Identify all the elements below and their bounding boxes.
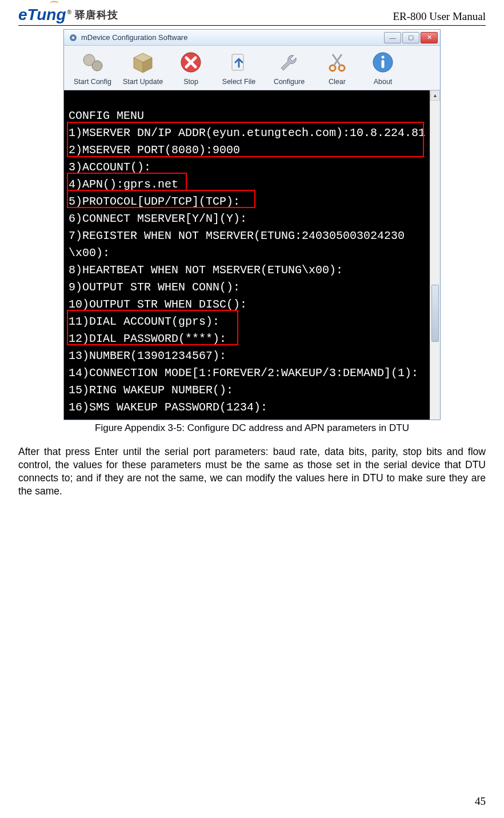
page-header: eTung⌒® 驿唐科技 ER-800 User Manual <box>18 6 486 26</box>
clear-button[interactable]: Clear <box>314 48 360 89</box>
toolbar-label: About <box>362 78 404 86</box>
svg-point-12 <box>382 56 385 59</box>
terminal-line: 1)MSERVER DN/IP ADDR(eyun.etungtech.com)… <box>69 125 425 142</box>
terminal-heading: CONFIG MENU <box>69 107 425 125</box>
svg-rect-13 <box>382 60 385 68</box>
toolbar-label: Stop <box>170 78 212 86</box>
scrollbar[interactable]: ▲ <box>430 90 440 420</box>
configure-button[interactable]: Configure <box>264 48 314 89</box>
file-up-icon <box>226 50 251 75</box>
gears-icon <box>80 50 105 75</box>
terminal-line: 6)CONNECT MSERVER[Y/N](Y): <box>69 210 425 228</box>
toolbar: Start Config Start Update Stop Select Fi… <box>64 46 440 90</box>
app-window: mDevice Configuration Software — ▢ ✕ Sta… <box>63 29 441 420</box>
registered-mark: ® <box>67 9 71 15</box>
page-number: 45 <box>475 795 486 808</box>
terminal-line: 16)SMS WAKEUP PASSWORD(1234): <box>69 399 425 416</box>
svg-point-3 <box>92 61 102 71</box>
maximize-button[interactable]: ▢ <box>402 32 419 43</box>
scissors-icon <box>325 50 350 75</box>
scroll-thumb[interactable] <box>431 285 439 342</box>
svg-point-9 <box>330 65 335 71</box>
window-title: mDevice Configuration Software <box>81 33 187 42</box>
terminal-line: 10)OUTPUT STR WHEN DISC(): <box>69 296 425 313</box>
toolbar-label: Configure <box>266 78 313 86</box>
logo-chinese: 驿唐科技 <box>75 8 118 22</box>
terminal-line: 11)DIAL ACCOUNT(gprs): <box>69 313 425 330</box>
toolbar-label: Select File <box>215 78 262 86</box>
wrench-icon <box>277 50 302 75</box>
terminal-line: 13)NUMBER(13901234567): <box>69 348 425 365</box>
terminal-line: 2)MSERVER PORT(8080):9000 <box>69 142 425 159</box>
terminal-line: 15)RING WAKEUP NUMBER(): <box>69 382 425 399</box>
about-button[interactable]: About <box>360 48 406 89</box>
info-icon <box>370 50 395 75</box>
terminal-line: 9)OUTPUT STR WHEN CONN(): <box>69 279 425 296</box>
terminal-output: CONFIG MENU 1)MSERVER DN/IP ADDR(eyun.et… <box>64 90 430 420</box>
box-icon <box>130 50 155 75</box>
terminal-line: \x00): <box>69 245 425 262</box>
toolbar-label: Clear <box>316 78 358 86</box>
terminal-line: 4)APN():gprs.net <box>69 176 425 193</box>
terminal-line: 3)ACCOUNT(): <box>69 159 425 176</box>
close-button[interactable]: ✕ <box>421 32 438 43</box>
svg-point-10 <box>339 65 345 71</box>
titlebar: mDevice Configuration Software — ▢ ✕ <box>64 30 440 46</box>
svg-point-1 <box>72 36 74 38</box>
stop-icon <box>178 50 203 75</box>
terminal-line: 5)PROTOCOL[UDP/TCP](TCP): <box>69 193 425 210</box>
brand-logo: eTung⌒® 驿唐科技 <box>18 6 118 24</box>
start-update-button[interactable]: Start Update <box>118 48 168 89</box>
gear-icon <box>69 33 78 42</box>
terminal-line: 7)REGISTER WHEN NOT MSERVER(ETUNG:240305… <box>69 228 425 245</box>
stop-button[interactable]: Stop <box>168 48 214 89</box>
figure-caption: Figure Appendix 3-5: Configure DC addres… <box>18 422 486 434</box>
toolbar-label: Start Config <box>69 78 116 86</box>
terminal-line: 12)DIAL PASSWORD(****): <box>69 330 425 348</box>
window-controls: — ▢ ✕ <box>383 32 438 43</box>
toolbar-label: Start Update <box>119 78 166 86</box>
scroll-up-button[interactable]: ▲ <box>430 90 440 101</box>
terminal-line: 8)HEARTBEAT WHEN NOT MSERVER(ETUNG\x00): <box>69 262 425 279</box>
minimize-button[interactable]: — <box>384 32 401 43</box>
start-config-button[interactable]: Start Config <box>67 48 118 89</box>
document-title: ER-800 User Manual <box>393 10 486 24</box>
select-file-button[interactable]: Select File <box>214 48 264 89</box>
logo-wordmark: eTung⌒® <box>18 6 71 24</box>
terminal-line: 14)CONNECTION MODE[1:FOREVER/2:WAKEUP/3:… <box>69 365 425 382</box>
body-paragraph: After that press Enter until the serial … <box>18 445 486 498</box>
wifi-icon: ⌒ <box>50 0 59 12</box>
